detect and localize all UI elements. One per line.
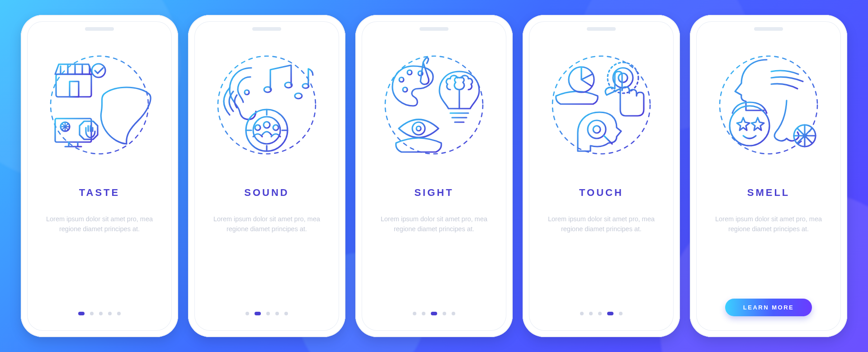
screen-desc: Lorem ipsum dolor sit amet pro, mea regi…	[195, 214, 338, 234]
speaker-slot	[252, 27, 281, 31]
screen-title: TOUCH	[579, 187, 623, 199]
svg-point-23	[416, 126, 421, 131]
notch	[195, 22, 338, 36]
dot[interactable]	[619, 312, 623, 315]
svg-point-16	[273, 125, 278, 130]
svg-point-30	[593, 126, 600, 133]
page-dots	[413, 312, 455, 315]
screen-title: SOUND	[244, 187, 289, 199]
svg-point-24	[552, 56, 650, 154]
dot[interactable]	[589, 312, 593, 315]
learn-more-button[interactable]: LEARN MORE	[725, 299, 812, 316]
dot[interactable]	[266, 312, 270, 315]
dot[interactable]	[431, 312, 437, 315]
notch	[363, 22, 505, 36]
phone-smell: SMELL Lorem ipsum dolor sit amet pro, me…	[690, 15, 847, 337]
svg-point-12	[246, 109, 288, 151]
notch	[530, 22, 673, 36]
dot[interactable]	[607, 312, 613, 315]
page-dots	[245, 312, 288, 315]
dot[interactable]	[452, 312, 455, 315]
screen-desc: Lorem ipsum dolor sit amet pro, mea regi…	[530, 214, 673, 234]
dot[interactable]	[255, 312, 261, 315]
dot[interactable]	[413, 312, 416, 315]
svg-point-3	[92, 64, 105, 77]
touch-icon	[530, 44, 673, 166]
speaker-slot	[420, 27, 448, 31]
svg-rect-1	[56, 74, 91, 97]
svg-point-32	[730, 106, 769, 146]
phone-sight: SIGHT Lorem ipsum dolor sit amet pro, me…	[355, 15, 513, 337]
svg-point-6	[218, 56, 316, 154]
phone-row: TASTE Lorem ipsum dolor sit amet pro, me…	[0, 0, 868, 352]
svg-point-29	[588, 120, 606, 138]
speaker-slot	[587, 27, 616, 31]
phone-sound: SOUND Lorem ipsum dolor sit amet pro, me…	[188, 15, 345, 337]
svg-point-27	[613, 68, 633, 88]
screen-desc: Lorem ipsum dolor sit amet pro, mea regi…	[697, 214, 840, 234]
screen-desc: Lorem ipsum dolor sit amet pro, mea regi…	[28, 214, 171, 234]
screen-desc: Lorem ipsum dolor sit amet pro, mea regi…	[363, 214, 505, 234]
taste-icon	[28, 44, 171, 166]
speaker-slot	[754, 27, 783, 31]
page-dots	[78, 312, 121, 315]
svg-point-14	[264, 122, 270, 128]
dot[interactable]	[78, 312, 85, 315]
dot[interactable]	[598, 312, 602, 315]
svg-point-18	[399, 77, 404, 82]
svg-point-19	[403, 87, 407, 92]
svg-point-20	[407, 70, 412, 75]
svg-point-22	[412, 122, 425, 135]
speaker-slot	[85, 27, 114, 31]
notch	[697, 22, 840, 36]
sight-icon	[363, 44, 505, 166]
dot[interactable]	[117, 312, 121, 315]
dot[interactable]	[99, 312, 103, 315]
dot[interactable]	[443, 312, 446, 315]
dot[interactable]	[108, 312, 112, 315]
smell-icon	[697, 44, 840, 166]
phone-touch: TOUCH Lorem ipsum dolor sit amet pro, me…	[523, 15, 680, 337]
dot[interactable]	[245, 312, 249, 315]
phone-taste: TASTE Lorem ipsum dolor sit amet pro, me…	[21, 15, 178, 337]
dot[interactable]	[284, 312, 288, 315]
svg-point-15	[255, 125, 260, 130]
screen-title: SMELL	[747, 187, 790, 199]
sound-icon	[195, 44, 338, 166]
svg-rect-2	[70, 81, 79, 97]
dot[interactable]	[422, 312, 425, 315]
screen-title: TASTE	[79, 187, 120, 199]
screen-title: SIGHT	[414, 187, 453, 199]
dot[interactable]	[275, 312, 279, 315]
stage: TASTE Lorem ipsum dolor sit amet pro, me…	[0, 0, 868, 352]
dot[interactable]	[90, 312, 94, 315]
dot[interactable]	[580, 312, 584, 315]
page-dots	[580, 312, 623, 315]
svg-point-26	[618, 73, 627, 82]
svg-point-7	[245, 90, 249, 95]
notch	[28, 22, 171, 36]
